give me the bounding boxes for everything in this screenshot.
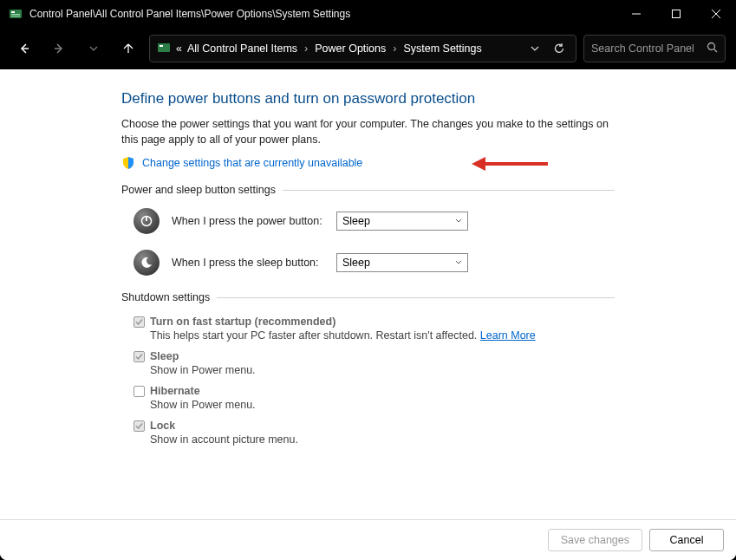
hibernate-item: Hibernate Show in Power menu.	[134, 385, 615, 411]
fast-startup-checkbox[interactable]	[134, 316, 145, 328]
hibernate-sub: Show in Power menu.	[150, 399, 615, 411]
svg-rect-3	[11, 16, 20, 16]
power-button-row: When I press the power button: Sleep	[134, 208, 615, 234]
lock-item: Lock Show in account picture menu.	[134, 420, 615, 446]
svg-rect-1	[11, 11, 15, 13]
lock-sub: Show in account picture menu.	[150, 433, 615, 446]
svg-line-13	[714, 49, 718, 53]
control-panel-icon	[157, 41, 171, 57]
fast-startup-item: Turn on fast startup (recommended) This …	[134, 316, 615, 342]
power-icon	[134, 208, 160, 234]
sleep-button-select[interactable]: Sleep	[336, 253, 468, 272]
sleep-item: Sleep Show in Power menu.	[134, 350, 615, 376]
svg-rect-2	[11, 14, 20, 15]
minimize-button[interactable]	[616, 0, 656, 28]
svg-rect-11	[160, 45, 163, 47]
fast-startup-label: Turn on fast startup (recommended)	[150, 316, 335, 328]
power-button-label: When I press the power button:	[172, 215, 324, 227]
window-controls	[616, 0, 736, 28]
maximize-button[interactable]	[656, 0, 696, 28]
annotation-arrow-icon	[472, 154, 550, 177]
search-icon	[707, 42, 718, 55]
lock-checkbox[interactable]	[134, 420, 145, 432]
chevron-down-icon	[455, 257, 462, 269]
chevron-down-icon	[455, 215, 462, 227]
address-bar[interactable]: « All Control Panel Items › Power Option…	[149, 35, 576, 62]
refresh-button[interactable]	[550, 39, 569, 58]
section-title-shutdown: Shutdown settings	[121, 291, 615, 303]
back-button[interactable]	[10, 35, 38, 62]
close-button[interactable]	[696, 0, 736, 28]
sleep-sub: Show in Power menu.	[150, 364, 615, 376]
sleep-checkbox[interactable]	[134, 351, 145, 362]
sleep-button-row: When I press the sleep button: Sleep	[134, 250, 615, 276]
section-title-power-sleep: Power and sleep button settings	[121, 184, 615, 196]
page-description: Choose the power settings that you want …	[121, 116, 615, 147]
window: Control Panel\All Control Panel Items\Po…	[0, 0, 736, 560]
search-placeholder: Search Control Panel	[591, 42, 701, 55]
content-area: Define power buttons and turn on passwor…	[0, 69, 736, 560]
address-dropdown-button[interactable]	[525, 39, 544, 58]
hibernate-label: Hibernate	[150, 385, 200, 397]
breadcrumb-item[interactable]: All Control Panel Items	[187, 42, 297, 55]
power-button-select[interactable]: Sleep	[336, 212, 468, 231]
sleep-button-label: When I press the sleep button:	[172, 257, 324, 269]
titlebar[interactable]: Control Panel\All Control Panel Items\Po…	[0, 0, 736, 28]
fast-startup-sub: This helps start your PC faster after sh…	[150, 329, 615, 342]
hibernate-checkbox[interactable]	[134, 386, 145, 397]
footer: Save changes Cancel	[0, 519, 736, 560]
chevron-right-icon: ›	[393, 42, 396, 55]
control-panel-icon	[9, 7, 23, 21]
recent-dropdown-button[interactable]	[80, 35, 107, 62]
svg-rect-10	[158, 43, 170, 52]
breadcrumb-prefix[interactable]: «	[176, 42, 182, 55]
page-heading: Define power buttons and turn on passwor…	[121, 90, 615, 107]
svg-rect-5	[673, 10, 681, 18]
breadcrumb-item[interactable]: Power Options	[315, 42, 386, 55]
chevron-right-icon: ›	[304, 42, 308, 55]
cancel-button[interactable]: Cancel	[649, 529, 724, 551]
toolbar: « All Control Panel Items › Power Option…	[0, 28, 736, 69]
svg-point-12	[708, 43, 715, 50]
learn-more-link[interactable]: Learn More	[480, 329, 536, 342]
lock-label: Lock	[150, 420, 175, 432]
window-title: Control Panel\All Control Panel Items\Po…	[29, 8, 616, 20]
forward-button[interactable]	[45, 35, 73, 62]
shield-icon	[121, 156, 135, 170]
sleep-label: Sleep	[150, 350, 179, 362]
save-changes-button[interactable]: Save changes	[548, 529, 642, 551]
up-button[interactable]	[114, 35, 142, 62]
breadcrumb-item[interactable]: System Settings	[403, 42, 481, 55]
search-input[interactable]: Search Control Panel	[583, 35, 726, 62]
change-settings-link[interactable]: Change settings that are currently unava…	[142, 157, 362, 169]
moon-icon	[134, 250, 160, 276]
